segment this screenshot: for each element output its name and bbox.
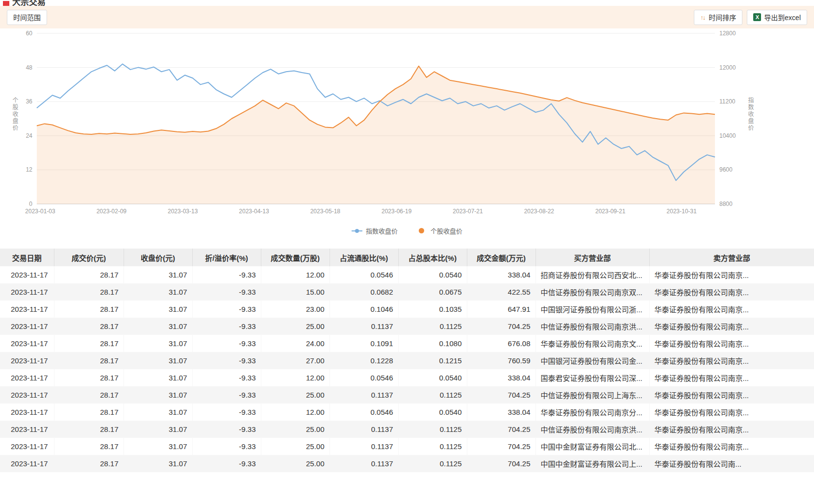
cell: 27.00 bbox=[261, 352, 330, 369]
cell: 28.17 bbox=[54, 386, 124, 403]
cell: 中国银河证券股份有限公司浙... bbox=[535, 301, 649, 318]
cell: 12.00 bbox=[261, 369, 330, 386]
cell: 2023-11-17 bbox=[0, 352, 54, 369]
table-row: 2023-11-1728.1731.07-9.3312.000.05460.05… bbox=[0, 403, 814, 421]
column-header: 占流通股比(%) bbox=[330, 249, 398, 266]
column-header: 卖方营业部 bbox=[649, 249, 814, 266]
cell: 华泰证券股份有限公司南京... bbox=[649, 301, 814, 318]
cell: 中国中金财富证券有限公司北... bbox=[535, 438, 649, 455]
cell: 31.07 bbox=[124, 386, 192, 403]
svg-text:2023-04-13: 2023-04-13 bbox=[239, 208, 269, 215]
cell: 28.17 bbox=[54, 283, 124, 301]
block-trades-table: 交易日期成交价(元)收盘价(元)折/溢价率(%)成交数量(万股)占流通股比(%)… bbox=[0, 249, 814, 472]
table-row: 2023-11-1728.1731.07-9.3327.000.12280.12… bbox=[0, 352, 814, 369]
page-title-clip: 大宗交易 bbox=[12, 0, 159, 6]
cell: 12.00 bbox=[261, 266, 330, 283]
svg-text:8800: 8800 bbox=[719, 201, 733, 207]
cell: 0.0682 bbox=[330, 283, 398, 301]
cell: 24.00 bbox=[261, 335, 330, 352]
cell: -9.33 bbox=[192, 421, 261, 438]
cell: 647.91 bbox=[467, 301, 535, 318]
cell: 28.17 bbox=[54, 369, 124, 386]
cell: 28.17 bbox=[54, 421, 124, 438]
svg-text:60: 60 bbox=[26, 30, 33, 37]
cell: -9.33 bbox=[192, 301, 261, 318]
cell: 2023-11-17 bbox=[0, 403, 54, 421]
dot-series-marker-icon bbox=[416, 228, 427, 233]
cell: -9.33 bbox=[192, 386, 261, 403]
cell: 704.25 bbox=[467, 438, 535, 455]
table-row: 2023-11-1728.1731.07-9.3312.000.05460.05… bbox=[0, 369, 814, 386]
cell: 23.00 bbox=[261, 301, 330, 318]
cell: 华泰证券股份有限公司南京... bbox=[649, 266, 814, 283]
cell: 华泰证券股份有限公司南京... bbox=[649, 403, 814, 421]
cell: 中信证券股份有限公司上海东... bbox=[535, 386, 649, 403]
cell: 0.0546 bbox=[330, 369, 398, 386]
cell: 0.0546 bbox=[330, 403, 398, 421]
svg-text:36: 36 bbox=[26, 98, 33, 105]
cell: -9.33 bbox=[192, 283, 261, 301]
cell: -9.33 bbox=[192, 318, 261, 335]
cell: 28.17 bbox=[54, 438, 124, 455]
time-sort-button[interactable]: ↑↓ 时间排序 bbox=[694, 10, 742, 25]
svg-text:2023-01-03: 2023-01-03 bbox=[25, 208, 55, 215]
legend-item-stock[interactable]: 个股收盘价 bbox=[416, 226, 462, 235]
chart-canvas[interactable]: 0122436486088009600104001120012000128002… bbox=[0, 28, 814, 217]
cell: 华泰证券股份有限公司南京文... bbox=[535, 335, 649, 352]
cell: 28.17 bbox=[54, 403, 124, 421]
cell: 338.04 bbox=[467, 266, 535, 283]
table-row: 2023-11-1728.1731.07-9.3325.000.11370.11… bbox=[0, 318, 814, 335]
export-excel-button[interactable]: X 导出到excel bbox=[747, 10, 807, 25]
cell: 华泰证券股份有限公司南京分... bbox=[535, 403, 649, 421]
cell: 25.00 bbox=[261, 421, 330, 438]
cell: 中国银河证券股份有限公司金... bbox=[535, 352, 649, 369]
cell: -9.33 bbox=[192, 266, 261, 283]
cell: 25.00 bbox=[261, 386, 330, 403]
time-range-label: 时间范围 bbox=[13, 12, 41, 22]
time-sort-label: 时间排序 bbox=[709, 12, 736, 22]
cell: 华泰证券股份有限公司南京... bbox=[649, 352, 814, 369]
column-header: 成交价(元) bbox=[54, 249, 124, 266]
svg-text:2023-09-21: 2023-09-21 bbox=[595, 208, 626, 215]
cell: 28.17 bbox=[54, 318, 124, 335]
svg-text:11200: 11200 bbox=[719, 98, 736, 105]
svg-text:2023-06-19: 2023-06-19 bbox=[382, 208, 412, 215]
cell: 0.0546 bbox=[330, 266, 398, 283]
cell: 0.1137 bbox=[330, 455, 398, 472]
cell: -9.33 bbox=[192, 438, 261, 455]
cell: 31.07 bbox=[124, 318, 192, 335]
cell: 2023-11-17 bbox=[0, 301, 54, 318]
cell: 0.1125 bbox=[398, 386, 467, 403]
cell: 31.07 bbox=[124, 266, 192, 283]
cell: 422.55 bbox=[467, 283, 535, 301]
cell: 31.07 bbox=[124, 455, 192, 472]
cell: 0.0675 bbox=[398, 283, 467, 301]
cell: 0.1035 bbox=[398, 301, 467, 318]
cell: 704.25 bbox=[467, 455, 535, 472]
table-row: 2023-11-1728.1731.07-9.3315.000.06820.06… bbox=[0, 283, 814, 301]
toolbar: 时间范围 ↑↓ 时间排序 X 导出到excel bbox=[0, 6, 814, 28]
legend-item-index[interactable]: 指数收盘价 bbox=[352, 226, 398, 235]
cell: 704.25 bbox=[467, 386, 535, 403]
sort-arrows-icon: ↑↓ bbox=[700, 14, 705, 21]
column-header: 成交金额(万元) bbox=[467, 249, 535, 266]
time-range-button[interactable]: 时间范围 bbox=[7, 10, 47, 25]
cell: 中信证券股份有限公司南京洪... bbox=[535, 421, 649, 438]
table-row: 2023-11-1728.1731.07-9.3325.000.11370.11… bbox=[0, 438, 814, 455]
cell: 28.17 bbox=[54, 455, 124, 472]
cell: 2023-11-17 bbox=[0, 283, 54, 301]
left-axis-title: 个股收盘价 bbox=[11, 97, 19, 131]
line-series-marker-icon bbox=[352, 228, 362, 233]
toolbar-right-group: ↑↓ 时间排序 X 导出到excel bbox=[694, 10, 807, 25]
svg-text:48: 48 bbox=[26, 64, 33, 71]
price-chart[interactable]: 0122436486088009600104001120012000128002… bbox=[0, 28, 814, 235]
cell: 676.08 bbox=[467, 335, 535, 352]
excel-icon: X bbox=[753, 13, 761, 21]
cell: 31.07 bbox=[124, 421, 192, 438]
svg-text:24: 24 bbox=[26, 132, 33, 139]
column-header: 折/溢价率(%) bbox=[192, 249, 261, 266]
svg-text:2023-08-22: 2023-08-22 bbox=[524, 208, 555, 215]
legend-label-stock: 个股收盘价 bbox=[431, 226, 462, 235]
cell: 中国中金财富证券有限公司上... bbox=[535, 455, 649, 472]
cell: -9.33 bbox=[192, 403, 261, 421]
